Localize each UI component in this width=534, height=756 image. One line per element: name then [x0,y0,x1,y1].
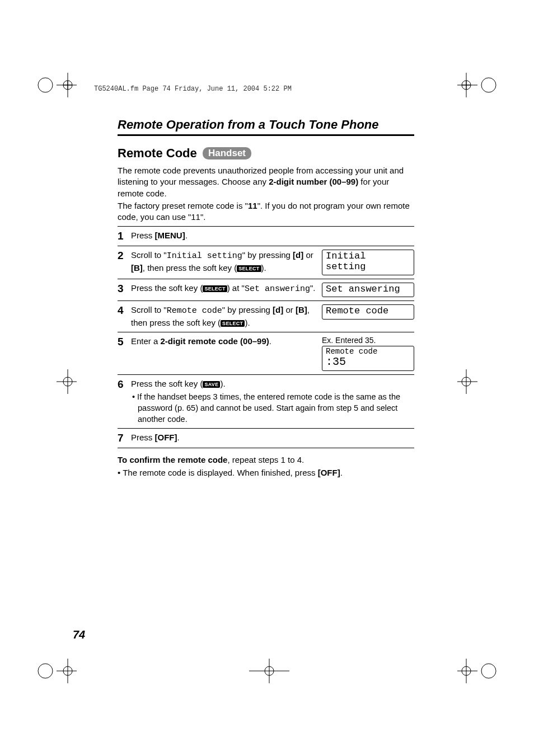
lcd-display: Set answering [322,283,414,298]
intro-bold: 11 [248,201,257,210]
bold-text: To confirm the remote code [118,455,227,464]
text: " by pressing [222,305,273,314]
svg-point-19 [38,664,53,678]
content-area: Remote Operation from a Touch Tone Phone… [118,118,414,479]
key-menu: [MENU] [155,231,185,240]
step-number: 3 [118,283,131,295]
text: Press the soft key ( [131,283,203,293]
text: ". [310,283,316,293]
steps-list: 1 Press [MENU]. 2 Scroll to "Initial set… [118,226,414,448]
lcd-line2: :35 [326,356,410,368]
text: Press the soft key ( [131,379,203,388]
step-body: Press the soft key ( SAVE ). • If the ha… [131,378,414,425]
text: ). [245,318,250,327]
step-lcd: Remote code [322,304,414,320]
up-arrow-key: [B] [131,263,143,273]
crop-mark-top-right [457,73,498,97]
down-arrow-key: [d] [273,305,283,314]
text: . [269,336,271,346]
mono-text: Set answering [245,284,310,294]
crop-mark-mid-left [36,369,77,394]
select-chip: SELECT [221,320,245,327]
svg-point-7 [481,78,496,92]
step-number: 7 [118,432,131,444]
crop-mark-bottom-center [249,659,289,683]
crop-mark-bottom-right [457,659,498,683]
crop-mark-top-left [36,73,77,97]
step-lcd: Set answering [322,283,414,298]
down-arrow-key: [d] [293,250,303,260]
intro-paragraph-2: The factory preset remote code is "11". … [118,200,414,223]
lcd-display: Remote code [322,304,414,320]
step-6: 6 Press the soft key ( SAVE ). • If the … [118,375,414,429]
intro-paragraph-1: The remote code prevents unauthorized pe… [118,165,414,199]
intro-bold: 2-digit number (00–99) [269,177,358,186]
text: Press [131,231,155,240]
step-body: Scroll to "Initial setting" by pressing … [131,250,317,274]
key-off: [OFF] [318,468,340,477]
step-7: 7 Press [OFF]. [118,429,414,448]
save-chip: SAVE [203,381,220,388]
step-4: 4 Scroll to "Remote code" by pressing [d… [118,301,414,332]
lcd-line1: Remote code [326,348,410,356]
text: • The remote code is displayed. When fin… [118,468,318,477]
step-number: 1 [118,230,131,242]
text: . [185,231,188,240]
step-number: 2 [118,250,131,262]
step-1: 1 Press [MENU]. [118,227,414,246]
mono-text: Initial setting [167,251,242,261]
step-2: 2 Scroll to "Initial setting" by pressin… [118,246,414,279]
page: TG5240AL.fm Page 74 Friday, June 11, 200… [0,0,534,756]
text: ). [220,379,225,388]
step-body: Press [OFF]. [131,432,414,443]
text: , then press the soft key ( [143,263,237,273]
text: Press [131,433,155,442]
svg-point-0 [38,78,53,92]
crop-mark-bottom-left [36,659,77,683]
text: Scroll to " [131,305,167,314]
confirm-bullet: • The remote code is displayed. When fin… [118,467,414,480]
step-lcd: Ex. Entered 35. Remote code :35 [322,336,414,371]
step-number: 5 [118,336,131,348]
svg-point-23 [481,664,496,678]
select-chip: SELECT [203,285,227,292]
intro-text: The factory preset remote code is " [118,201,248,210]
up-arrow-key: [B] [296,305,307,314]
text: , repeat steps 1 to 4. [227,455,304,464]
step-6-bullet: • If the handset beeps 3 times, the ente… [131,392,414,425]
sub-title: Remote Code Handset [118,146,414,161]
step-3: 3 Press the soft key (SELECT) at "Set an… [118,279,414,302]
crop-mark-mid-right [457,369,498,394]
page-number: 74 [73,628,85,641]
text: . [340,468,343,477]
lcd-display: Initial setting [322,250,414,275]
step-lcd: Initial setting [322,250,414,275]
step-body: Scroll to "Remote code" by pressing [d] … [131,304,317,328]
text: " by pressing [242,250,293,260]
step-body: Press the soft key (SELECT) at "Set answ… [131,283,317,295]
step-5: 5 Enter a 2-digit remote code (00–99). E… [118,332,414,375]
mono-text: Remote code [167,306,222,316]
section-title: Remote Operation from a Touch Tone Phone [118,118,414,136]
footer-notes: To confirm the remote code, repeat steps… [118,454,414,479]
text: Enter a [131,336,161,346]
confirm-line: To confirm the remote code, repeat steps… [118,454,414,467]
key-off: [OFF] [155,433,177,442]
handset-badge: Handset [203,147,251,159]
text: or [303,250,313,260]
text: ) at " [227,283,245,293]
text: ). [261,263,266,273]
bold-text: 2-digit remote code (00–99) [161,336,269,346]
step-body: Enter a 2-digit remote code (00–99). [131,336,317,347]
step-number: 6 [118,378,131,391]
text: or [283,305,296,314]
lcd-display: Remote code :35 [322,346,414,371]
example-label: Ex. Entered 35. [322,336,414,345]
step-body: Press [MENU]. [131,230,414,241]
sub-title-text: Remote Code [118,146,197,160]
select-chip: SELECT [237,265,261,272]
text: . [177,433,180,442]
step-number: 4 [118,304,131,317]
running-head: TG5240AL.fm Page 74 Friday, June 11, 200… [94,85,292,93]
text: Scroll to " [131,250,167,260]
